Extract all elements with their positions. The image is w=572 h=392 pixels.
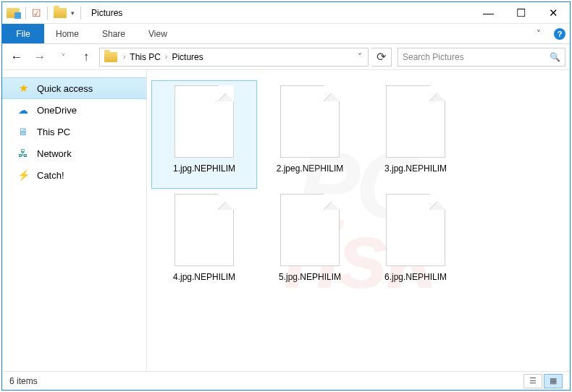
status-bar: 6 items ☰ ▦: [2, 371, 570, 390]
file-name: 1.jpg.NEPHILIM: [153, 163, 255, 174]
main-area: ★ Quick access ☁ OneDrive 🖥 This PC 🖧 Ne…: [2, 70, 570, 371]
up-button[interactable]: ↑: [76, 47, 96, 67]
qat-dropdown-icon[interactable]: ▾: [71, 9, 75, 17]
file-name: 4.jpg.NEPHILIM: [153, 272, 255, 282]
navigation-row: ← → ˅ ↑ › This PC › Pictures ˅ ⟳ Search …: [2, 44, 570, 70]
back-button[interactable]: ←: [7, 47, 27, 67]
help-button[interactable]: ?: [550, 24, 570, 44]
qat-separator: [47, 7, 48, 20]
file-item[interactable]: 4.jpg.NEPHILIM: [151, 189, 257, 297]
file-icon: [386, 194, 445, 266]
explorer-icon: [7, 8, 20, 18]
tab-share[interactable]: Share: [91, 24, 137, 43]
file-item[interactable]: 3.jpg.NEPHILIM: [363, 80, 468, 189]
sidebar-item-quick-access[interactable]: ★ Quick access: [2, 77, 146, 99]
monitor-icon: 🖥: [17, 126, 30, 137]
search-icon: 🔍: [550, 52, 560, 62]
forward-button[interactable]: →: [30, 47, 50, 67]
lightning-icon: ⚡: [17, 169, 30, 181]
close-button[interactable]: ✕: [537, 2, 570, 23]
sidebar-item-label: Network: [37, 148, 72, 159]
breadcrumb-separator-icon: ›: [165, 53, 167, 61]
tab-home[interactable]: Home: [44, 24, 91, 43]
sidebar-item-this-pc[interactable]: 🖥 This PC: [2, 121, 146, 142]
sidebar-item-network[interactable]: 🖧 Network: [2, 142, 146, 164]
minimize-button[interactable]: —: [472, 2, 505, 23]
folder-icon: [104, 52, 117, 62]
file-icon: [386, 85, 445, 158]
details-view-button[interactable]: ☰: [523, 374, 542, 388]
maximize-button[interactable]: ☐: [505, 2, 537, 23]
breadcrumb-current[interactable]: Pictures: [170, 52, 204, 62]
address-bar[interactable]: › This PC › Pictures ˅: [99, 48, 369, 67]
sidebar-item-catch[interactable]: ⚡ Catch!: [2, 164, 146, 186]
cloud-icon: ☁: [17, 104, 30, 116]
title-bar: ☑ ▾ Pictures — ☐ ✕: [2, 2, 570, 24]
qat-separator: [80, 7, 81, 20]
ribbon-collapse-icon[interactable]: ˅: [528, 24, 550, 43]
file-name: 6.jpg.NEPHILIM: [365, 272, 466, 282]
tab-view[interactable]: View: [137, 24, 179, 43]
file-item[interactable]: 2.jpeg.NEPHILIM: [257, 80, 363, 189]
refresh-button[interactable]: ⟳: [371, 48, 392, 67]
qat-properties-icon[interactable]: ☑: [32, 7, 41, 19]
search-placeholder: Search Pictures: [403, 52, 464, 62]
folder-icon: [54, 8, 67, 18]
view-mode-buttons: ☰ ▦: [523, 374, 563, 388]
sidebar-item-label: Catch!: [37, 170, 64, 181]
file-list-pane[interactable]: PC risk 1.jpg.NEPHILIM 2.jpeg.NEPHILIM 3…: [147, 70, 570, 371]
sidebar-item-onedrive[interactable]: ☁ OneDrive: [2, 99, 146, 121]
search-input[interactable]: Search Pictures 🔍: [398, 48, 565, 67]
sidebar-item-label: This PC: [37, 127, 70, 137]
file-item[interactable]: 5.jpg.NEPHILIM: [257, 189, 363, 297]
window-title: Pictures: [91, 8, 122, 18]
file-icon: [280, 85, 340, 158]
window-controls: — ☐ ✕: [472, 2, 570, 23]
icons-view-button[interactable]: ▦: [544, 374, 563, 388]
recent-locations-dropdown[interactable]: ˅: [53, 47, 73, 67]
sidebar-item-label: Quick access: [37, 83, 93, 94]
file-item[interactable]: 6.jpg.NEPHILIM: [363, 189, 468, 297]
file-name: 2.jpeg.NEPHILIM: [259, 163, 361, 174]
file-icon: [174, 85, 234, 158]
ribbon-tabs: File Home Share View ˅ ?: [2, 24, 570, 44]
help-icon: ?: [554, 28, 565, 40]
navigation-pane: ★ Quick access ☁ OneDrive 🖥 This PC 🖧 Ne…: [2, 70, 147, 371]
explorer-window: ☑ ▾ Pictures — ☐ ✕ File Home Share View …: [1, 1, 571, 391]
file-icon: [174, 194, 234, 266]
file-name: 5.jpg.NEPHILIM: [259, 272, 361, 282]
file-icon: [280, 194, 340, 266]
file-item[interactable]: 1.jpg.NEPHILIM: [151, 80, 257, 189]
quick-access-toolbar: ☑ ▾: [2, 7, 87, 20]
sidebar-item-label: OneDrive: [37, 105, 77, 116]
file-name: 3.jpg.NEPHILIM: [365, 163, 466, 174]
status-text: 6 items: [9, 376, 38, 386]
file-tab[interactable]: File: [2, 24, 44, 43]
network-icon: 🖧: [17, 148, 30, 159]
address-dropdown-icon[interactable]: ˅: [353, 52, 366, 62]
breadcrumb-separator-icon: ›: [123, 53, 125, 61]
file-grid: 1.jpg.NEPHILIM 2.jpeg.NEPHILIM 3.jpg.NEP…: [151, 80, 565, 297]
star-icon: ★: [17, 82, 30, 95]
breadcrumb-root[interactable]: This PC: [128, 52, 162, 62]
qat-separator: [25, 7, 26, 20]
